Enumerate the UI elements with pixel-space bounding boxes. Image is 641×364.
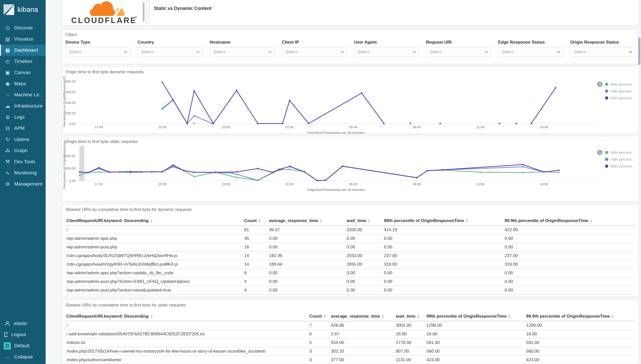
legend-expand-icon[interactable] bbox=[597, 150, 602, 155]
uri-cell: /wp-admin/admin-post.php?Action=EWD_UFAQ… bbox=[65, 277, 243, 286]
column-header-count[interactable]: Count bbox=[308, 312, 330, 321]
sort-icon[interactable] bbox=[150, 219, 153, 223]
x-tick-label: 08:00 bbox=[413, 125, 421, 129]
x-tick-label: 14:00 bbox=[540, 125, 548, 129]
sidebar-item-apm[interactable]: ⊟APM bbox=[0, 123, 46, 134]
column-header-average-response-time[interactable]: average_response_time bbox=[268, 216, 346, 226]
sort-icon[interactable] bbox=[508, 315, 511, 318]
column-header-99-9th-percentile-of-originresponsetime[interactable]: 99.9th percentile of OriginResponseTime bbox=[525, 312, 635, 321]
sidebar-footer-elastic[interactable]: elastic bbox=[0, 318, 46, 329]
sidebar-item-uptime[interactable]: ↻Uptime bbox=[0, 134, 46, 145]
filter-select-device-type[interactable]: Select... bbox=[65, 47, 130, 57]
legend-item-95th-percent-[interactable]: 95th percent... bbox=[597, 163, 635, 169]
select-placeholder: Select... bbox=[141, 49, 156, 54]
value-cell: 0.00 bbox=[268, 295, 346, 297]
sidebar-item-canvas[interactable]: ▣Canvas bbox=[0, 67, 46, 78]
data-point bbox=[543, 171, 545, 173]
column-header-99th-percentile-of-originresponsetime[interactable]: 99th percentile of OriginResponseTime bbox=[383, 216, 504, 226]
column-header-wait-time[interactable]: wait_time bbox=[346, 216, 383, 226]
legend-item-95th-percent-[interactable]: 95th percent... bbox=[597, 95, 635, 101]
sidebar-item-logs[interactable]: ≣Logs bbox=[0, 112, 46, 123]
sidebar-item-graph[interactable]: ⁂Graph bbox=[0, 145, 46, 156]
column-header-wait-time[interactable]: wait_time bbox=[395, 312, 425, 321]
filter-select-request-uri[interactable]: Select... bbox=[426, 47, 491, 57]
x-tick-label: 14:00 bbox=[540, 182, 548, 186]
sidebar-item-maps[interactable]: ◉Maps bbox=[0, 78, 46, 89]
sidebar-item-label: Canvas bbox=[14, 70, 30, 75]
chevron-down-icon bbox=[629, 50, 632, 53]
filter-select-country[interactable]: Select... bbox=[137, 47, 202, 57]
sort-icon[interactable] bbox=[368, 219, 370, 223]
data-point bbox=[439, 123, 441, 124]
select-placeholder: Select... bbox=[574, 49, 589, 54]
column-header-uri[interactable]: ClientRequestURI.keyword: Descending bbox=[65, 312, 308, 321]
sort-icon[interactable] bbox=[590, 219, 592, 223]
dashboard-main: CLOUDFLARE ® Static vs Dynamic Content F… bbox=[46, 0, 641, 364]
legend-expand-icon[interactable] bbox=[597, 82, 602, 87]
bar-chart-icon: ▤ bbox=[4, 36, 11, 42]
sort-icon[interactable] bbox=[320, 219, 322, 223]
canvas-frame-icon: ▣ bbox=[4, 69, 11, 76]
kibana-logo-row[interactable]: kibana bbox=[0, 0, 46, 19]
column-header-label: wait_time bbox=[347, 218, 366, 223]
sidebar-footer-logout[interactable]: Logout bbox=[0, 329, 46, 340]
sidebar-item-machine-le[interactable]: ⁙Machine Le... bbox=[0, 89, 46, 100]
sort-icon[interactable] bbox=[258, 219, 261, 223]
column-header-99th-percentile-of-originresponsetime[interactable]: 99th percentile of OriginResponseTime bbox=[425, 312, 525, 321]
sidebar-item-management[interactable]: ⚙Management bbox=[0, 178, 46, 190]
data-point bbox=[183, 170, 184, 171]
value-cell: 0.00 bbox=[504, 286, 635, 295]
legend-item-75th-percent-[interactable]: 75th percent... bbox=[597, 156, 635, 162]
column-header-label: ClientRequestURI.keyword: Descending bbox=[66, 314, 149, 319]
sidebar-item-dashboard[interactable]: ▦Dashboard bbox=[0, 45, 46, 56]
sort-icon[interactable] bbox=[382, 315, 384, 318]
legend-item-50th-percent-[interactable]: 50th percent... bbox=[597, 150, 635, 155]
data-point bbox=[257, 168, 259, 169]
sidebar-footer-default[interactable]: DDefault bbox=[0, 340, 46, 351]
sidebar-footer-collapse[interactable]: ←Collapse bbox=[0, 351, 46, 362]
column-header-99-9th-percentile-of-originresponsetime[interactable]: 99.9th percentile of OriginResponseTime bbox=[504, 216, 635, 226]
data-point bbox=[410, 123, 411, 124]
column-header-uri[interactable]: ClientRequestURI.keyword: Descending bbox=[65, 216, 243, 226]
sidebar-item-visualize[interactable]: ▤Visualize bbox=[0, 33, 46, 45]
x-tick-label: 17:00 bbox=[95, 125, 103, 129]
logo-panel-scrollbar[interactable] bbox=[143, 2, 145, 22]
sidebar-item-dev-tools[interactable]: ⚒Dev Tools bbox=[0, 156, 46, 167]
sort-icon[interactable] bbox=[466, 219, 468, 223]
sort-icon[interactable] bbox=[323, 315, 326, 318]
dashboard-title: Static vs Dynamic Content bbox=[149, 0, 639, 11]
filter-select-edge-response-status[interactable]: Select... bbox=[498, 47, 563, 57]
sidebar-item-discover[interactable]: ◷Discover bbox=[0, 22, 46, 33]
x-tick-label: 20:00 bbox=[158, 125, 167, 129]
legend-item-50th-percent-[interactable]: 50th percent... bbox=[597, 81, 635, 87]
static-requests-chart[interactable]: 17:0020:0023:0002:0005:0008:0011:0014:00… bbox=[62, 136, 639, 197]
data-point bbox=[193, 123, 195, 124]
value-cell: 2655.00 bbox=[346, 260, 383, 269]
sidebar-item-monitoring[interactable]: ∿Monitoring bbox=[0, 167, 46, 178]
table-row: /cdn-cgi/apps/body/3Lh52SjWTQ4HRlErJykHq… bbox=[65, 251, 635, 260]
sidebar-item-infrastructure[interactable]: ☁Infrastructure bbox=[0, 100, 46, 112]
column-header-average-response-time[interactable]: average_response_time bbox=[330, 312, 395, 321]
filter-select-client-ip[interactable]: Select... bbox=[282, 47, 347, 57]
sort-icon[interactable] bbox=[611, 315, 614, 318]
filter-select-hostname[interactable]: Select... bbox=[210, 47, 275, 57]
table-row: /index.php/2017/05/14/how-i-owned-my-mot… bbox=[65, 347, 635, 356]
legend-item-75th-percent-[interactable]: 75th percent... bbox=[597, 88, 635, 94]
filter-select-user-agent[interactable]: Select... bbox=[354, 47, 419, 57]
column-header-count[interactable]: Count bbox=[243, 216, 268, 226]
page-scrollbar-thumb[interactable] bbox=[638, 38, 640, 65]
value-cell: 36.07 bbox=[268, 226, 346, 234]
static-requests-chart-panel: Origin time to first byte static request… bbox=[62, 136, 639, 202]
uri-cell: /wp-admin/admin-post.php?action=save&upd… bbox=[65, 286, 243, 295]
sidebar-item-timelion[interactable]: ◴Timelion bbox=[0, 56, 46, 67]
legend-label: 95th percent... bbox=[610, 164, 635, 168]
graph-nodes-icon: ⁂ bbox=[4, 148, 11, 154]
value-cell: 14 bbox=[243, 260, 268, 269]
filter-select-origin-response-status[interactable]: Select... bbox=[570, 47, 635, 57]
sort-icon[interactable] bbox=[417, 315, 419, 318]
sort-icon[interactable] bbox=[150, 315, 153, 318]
select-placeholder: Select... bbox=[285, 49, 301, 54]
column-header-label: 99th percentile of OriginResponseTime bbox=[384, 218, 464, 223]
legend-label: 75th percent... bbox=[610, 89, 635, 93]
dynamic-requests-chart[interactable]: 17:0020:0023:0002:0005:0008:0011:0014:00… bbox=[62, 67, 639, 134]
